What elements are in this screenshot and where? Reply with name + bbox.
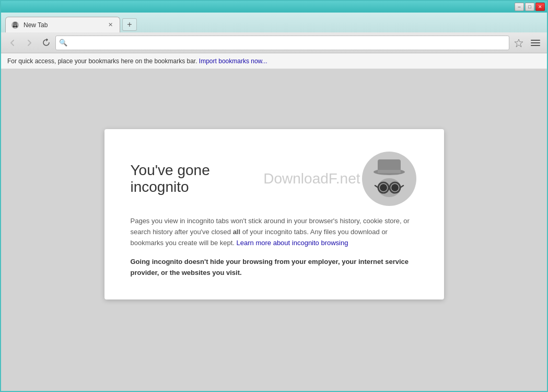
window-controls: – □ ✕: [515, 3, 545, 11]
forward-icon: [26, 39, 33, 47]
incognito-paragraph1: Pages you view in incognito tabs won't s…: [131, 216, 418, 248]
bookmarks-bar: For quick access, place your bookmarks h…: [1, 53, 547, 69]
svg-rect-5: [15, 26, 16, 27]
tab-close-button[interactable]: ✕: [106, 21, 114, 29]
back-button[interactable]: [5, 36, 20, 50]
back-icon: [9, 39, 16, 47]
browser-window: – □ ✕ New Tab ✕ +: [0, 0, 548, 392]
incognito-title: You've gone incognito: [131, 162, 255, 195]
svg-rect-10: [378, 170, 401, 173]
menu-icon-line3: [531, 45, 540, 46]
active-tab[interactable]: New Tab ✕: [5, 17, 120, 32]
incognito-spy-icon: [360, 150, 418, 207]
bookmark-star-button[interactable]: [511, 36, 526, 50]
forward-button[interactable]: [22, 36, 37, 50]
menu-icon-line2: [531, 42, 540, 43]
bookmarks-bar-message: For quick access, place your bookmarks h…: [7, 57, 197, 65]
close-button[interactable]: ✕: [535, 3, 545, 11]
maximize-button[interactable]: □: [525, 3, 534, 11]
incognito-watermark: DownloadF.net: [263, 170, 360, 187]
incognito-header: You've gone incognito DownloadF.net: [131, 150, 418, 207]
svg-marker-6: [515, 39, 523, 47]
tab-title: New Tab: [24, 21, 102, 29]
incognito-warning: Going incognito doesn't hide your browsi…: [131, 257, 418, 279]
svg-point-13: [380, 184, 387, 191]
address-input[interactable]: [69, 39, 506, 47]
tab-favicon-icon: [11, 21, 19, 29]
minimize-button[interactable]: –: [515, 3, 524, 11]
star-icon: [514, 38, 523, 48]
incognito-body: Pages you view in incognito tabs won't s…: [131, 216, 418, 248]
svg-point-4: [16, 25, 18, 27]
svg-point-3: [13, 25, 15, 27]
reload-icon: [42, 39, 50, 47]
menu-icon-line1: [531, 40, 540, 41]
address-bar[interactable]: 🔍: [55, 36, 509, 50]
incognito-title-group: You've gone incognito DownloadF.net: [131, 162, 360, 195]
content-area: You've gone incognito DownloadF.net: [1, 69, 547, 391]
new-tab-button[interactable]: +: [122, 18, 137, 31]
import-bookmarks-link[interactable]: Import bookmarks now...: [199, 57, 267, 65]
title-bar: – □ ✕: [1, 1, 547, 13]
address-search-icon: 🔍: [59, 39, 67, 47]
learn-more-link[interactable]: Learn more about incognito browsing: [237, 239, 348, 247]
chrome-menu-button[interactable]: [528, 36, 543, 50]
toolbar: 🔍: [1, 32, 547, 53]
incognito-card: You've gone incognito DownloadF.net: [104, 129, 444, 299]
reload-button[interactable]: [39, 36, 53, 50]
svg-point-15: [391, 184, 399, 191]
incognito-icon-wrapper: [360, 150, 418, 207]
tab-bar: New Tab ✕ +: [1, 13, 547, 32]
svg-rect-2: [14, 22, 17, 23]
